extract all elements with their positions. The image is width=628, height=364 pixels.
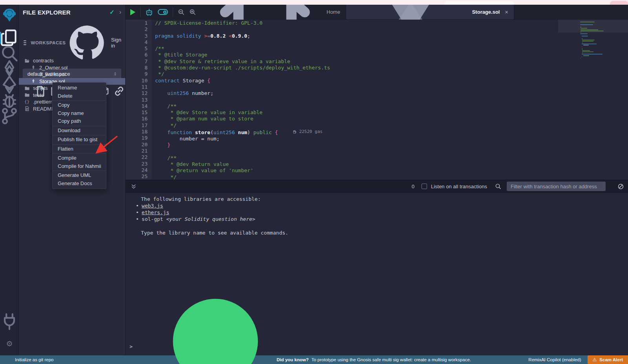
code-editor[interactable]: 1234567891011121314151617181920212223242… (126, 20, 628, 180)
folder-icon (24, 86, 30, 91)
code-line-9: */ (155, 71, 578, 77)
tree-item-3-ballot-sol[interactable]: 3_Ballot.sol (19, 71, 125, 78)
sidebar-item-plugin-manager[interactable] (0, 312, 19, 331)
tab-storage-sol[interactable]: Storage.sol × (346, 5, 514, 19)
code-line-14: /** (155, 103, 578, 109)
zoom-out-icon[interactable] (178, 9, 184, 15)
listen-transactions-label: Listen on all transactions (431, 184, 487, 189)
code-line-3: pragma solidity >=0.8.2 <0.9.0; (155, 33, 578, 39)
code-line-8: * @custom:dev-run-script ./scripts/deplo… (155, 65, 578, 71)
expand-terminal-chevrons-icon[interactable] (130, 183, 137, 190)
browser-chrome-pill (444, 1, 514, 5)
code-line-1: // SPDX-License-Identifier: GPL-3.0 (155, 20, 578, 26)
context-menu-item-generate-uml[interactable]: Generate UML (53, 171, 106, 180)
close-tab-icon[interactable]: × (505, 9, 508, 15)
terminal-text-line: The following libraries are accessible: (136, 196, 628, 202)
code-line-22: /** (155, 155, 578, 161)
sidebar-item-settings[interactable]: ⚙ (0, 340, 19, 348)
menu-separator (53, 100, 106, 101)
minimap[interactable] (578, 20, 628, 180)
clear-filter-slash-icon[interactable] (617, 183, 624, 190)
menu-separator (53, 153, 106, 154)
sidebar-item-file-explorer[interactable] (0, 30, 19, 46)
remix-logo-icon[interactable] (2, 8, 17, 24)
init-git-repo-link[interactable]: Initialize as git repo (0, 357, 53, 362)
git-branch-icon (0, 107, 19, 126)
copilot-toggle[interactable] (158, 9, 168, 15)
code-line-4 (155, 39, 578, 46)
sidebar-item-deploy-run[interactable] (0, 77, 19, 93)
tree-item-2-owner-sol[interactable]: 2_Owner.sol (19, 64, 125, 71)
sol-icon (31, 72, 36, 77)
remixai-copilot-status[interactable]: RemixAI Copilot (enabled) (528, 357, 581, 362)
code-line-2 (155, 26, 578, 33)
chevron-right-icon[interactable]: › (119, 9, 121, 16)
menu-separator (53, 135, 106, 135)
plugin-plug-icon (0, 312, 19, 331)
context-menu-item-compile[interactable]: Compile (53, 154, 106, 162)
code-line-7: * @dev Store & retrieve value in a varia… (155, 58, 578, 65)
tab-home[interactable]: Home (201, 5, 346, 19)
sidebar-item-debugger[interactable] (0, 93, 19, 108)
sidebar-item-solidity-compiler[interactable] (0, 61, 19, 77)
did-you-know-tip: Did you know? To prototype using the Gno… (157, 290, 471, 364)
menu-separator (53, 126, 106, 126)
code-line-12: uint256 number; (155, 90, 578, 96)
editor-toolbar: Home Storage.sol × (126, 5, 628, 20)
context-menu-item-copy-name[interactable]: Copy name (53, 109, 106, 118)
code-line-15: * @dev Store value in variable (155, 109, 578, 116)
sidebar-item-search[interactable] (0, 46, 19, 61)
context-menu-item-publish-file-to-gist[interactable]: Publish file to gist (53, 136, 106, 144)
gear-icon: ⚙ (6, 340, 13, 348)
library-link-ethers-js[interactable]: ethers.js (142, 209, 169, 215)
terminal-prompt[interactable]: > (130, 343, 133, 350)
context-menu-item-delete[interactable]: Delete (53, 92, 106, 100)
sol-icon (31, 65, 36, 70)
code-content[interactable]: // SPDX-License-Identifier: GPL-3.0 prag… (152, 20, 578, 180)
terminal-search-icon[interactable] (495, 183, 501, 189)
browser-chrome-strip (0, 0, 628, 5)
code-line-23: * @dev Return value (155, 161, 578, 167)
gas-estimate-badge: 22520 gas (293, 129, 323, 135)
browser-chrome-corner (610, 1, 628, 5)
code-line-18: function store(uint256 num) public {2252… (155, 129, 578, 136)
run-script-play-icon[interactable] (130, 9, 135, 15)
sol-icon (31, 78, 36, 84)
tree-item-contracts[interactable]: contracts (19, 57, 125, 64)
scam-alert-button[interactable]: ⚠ Scam Alert (588, 355, 628, 364)
listen-transactions-checkbox[interactable] (422, 184, 427, 189)
minimap-slider[interactable] (558, 20, 628, 33)
code-line-25: */ (155, 174, 578, 180)
code-line-13 (155, 97, 578, 103)
activity-bar: ⚙ (0, 5, 19, 355)
code-line-21 (155, 149, 578, 155)
context-menu-item-copy[interactable]: Copy (53, 101, 106, 109)
context-menu-item-compile-for-nahmii[interactable]: Compile for Nahmii (53, 162, 106, 171)
code-line-11 (155, 84, 578, 90)
context-menu-item-flatten[interactable]: Flatten (53, 145, 106, 153)
remix-ide-screen: ⚙ FILE EXPLORER ✓ › WORKSPACES Sign in d… (0, 0, 628, 364)
zoom-in-icon[interactable] (189, 9, 196, 15)
code-line-17: */ (155, 122, 578, 129)
folder-icon (24, 92, 30, 98)
file-icon (24, 106, 30, 111)
check-icon[interactable]: ✓ (110, 9, 115, 16)
remixai-robot-icon[interactable] (145, 8, 153, 16)
transaction-filter-input[interactable] (507, 182, 606, 191)
context-menu-item-generate-docs[interactable]: Generate Docs (53, 180, 106, 188)
file-context-menu: RenameDeleteCopyCopy nameCopy pathDownlo… (52, 82, 106, 189)
lightbulb-icon (157, 290, 274, 364)
library-link-web3-js[interactable]: web3.js (142, 203, 163, 209)
context-menu-item-download[interactable]: Download (53, 127, 106, 135)
code-line-19: number = num; (155, 136, 578, 142)
panel-title: FILE EXPLORER (23, 9, 71, 16)
menu-separator (53, 171, 106, 171)
workspace-menu-icon[interactable] (24, 39, 26, 46)
workspaces-label: WORKSPACES (31, 40, 66, 45)
context-menu-item-copy-path[interactable]: Copy path (53, 117, 106, 126)
code-line-10: contract Storage { (155, 78, 578, 84)
folder-open-icon (24, 58, 30, 64)
sidebar-item-git[interactable] (0, 108, 19, 124)
code-line-20: } (155, 142, 578, 148)
context-menu-item-rename[interactable]: Rename (53, 84, 106, 92)
